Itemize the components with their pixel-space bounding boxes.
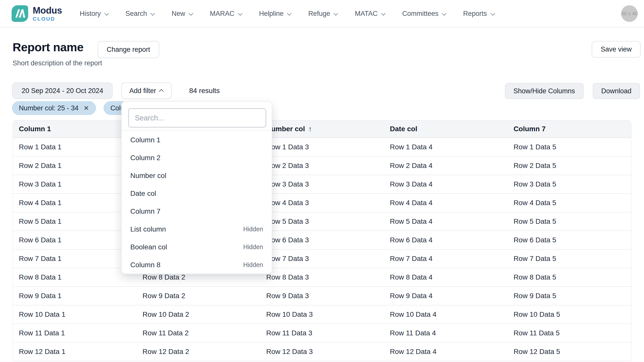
- table-row[interactable]: Row 10 Data 1Row 10 Data 2Row 10 Data 3R…: [13, 305, 631, 324]
- remove-filter-icon[interactable]: ✕: [84, 105, 89, 111]
- dropdown-item-column-2[interactable]: Column 2: [122, 149, 272, 167]
- table-cell: Row 12 Data 1: [13, 343, 137, 361]
- table-cell: Row 8 Data 1: [13, 268, 137, 286]
- dropdown-item-column-1[interactable]: Column 1: [122, 131, 272, 149]
- table-cell: Row 1 Data 3: [260, 138, 384, 156]
- table-cell: Row 1 Data 1: [13, 138, 137, 156]
- dropdown-item-date-col[interactable]: Date col: [122, 185, 272, 202]
- hidden-badge: Hidden: [243, 261, 263, 268]
- report-table: Column 1Column 2Number col↑Date colColum…: [13, 120, 631, 361]
- table-cell: Row 12 Data 4: [384, 343, 508, 361]
- nav-item-refuge[interactable]: Refuge: [308, 10, 337, 18]
- dropdown-item-label: Number col: [130, 172, 166, 180]
- main-nav: HistorySearchNewMARACHelplineRefugeMATAC…: [80, 10, 494, 18]
- table-cell: Row 12 Data 2: [137, 343, 260, 361]
- nav-item-marac[interactable]: MARAC: [210, 10, 242, 18]
- nav-item-committees[interactable]: Committees: [402, 10, 446, 18]
- show-hide-columns-button[interactable]: Show/Hide Columns: [505, 83, 584, 99]
- nav-item-label: MARAC: [210, 10, 234, 18]
- column-header-column-1[interactable]: Column 1: [13, 120, 137, 138]
- add-filter-button[interactable]: Add filter: [121, 82, 172, 99]
- table-row[interactable]: Row 6 Data 1Row 6 Data 2Row 6 Data 3Row …: [13, 231, 631, 250]
- table-row[interactable]: Row 12 Data 1Row 12 Data 2Row 12 Data 3R…: [13, 343, 631, 361]
- table-row[interactable]: Row 11 Data 1Row 11 Data 2Row 11 Data 3R…: [13, 324, 631, 343]
- table-cell: Row 12 Data 5: [507, 343, 631, 361]
- filter-chip-number-col[interactable]: Number col: 25 - 34 ✕: [12, 101, 96, 115]
- table-row[interactable]: Row 9 Data 1Row 9 Data 2Row 9 Data 3Row …: [13, 287, 631, 305]
- table-cell: Row 10 Data 5: [507, 305, 631, 324]
- nav-item-reports[interactable]: Reports: [463, 10, 494, 18]
- dropdown-item-column-8[interactable]: Column 8Hidden: [122, 256, 272, 274]
- table-cell: Row 1 Data 4: [384, 138, 508, 156]
- table-cell: Row 9 Data 2: [137, 287, 260, 305]
- table-cell: Row 3 Data 5: [507, 175, 631, 193]
- dropdown-item-label: Column 8: [130, 261, 160, 269]
- table-cell: Row 6 Data 5: [507, 231, 631, 249]
- dropdown-item-number-col[interactable]: Number col: [122, 167, 272, 185]
- nav-item-matac[interactable]: MATAC: [355, 10, 385, 18]
- table-row[interactable]: Row 3 Data 1Row 3 Data 2Row 3 Data 3Row …: [13, 175, 631, 194]
- dropdown-item-list-column[interactable]: List columnHidden: [122, 220, 272, 238]
- column-header-date-col[interactable]: Date col: [384, 120, 508, 138]
- brand-text: Modus CLOUD: [33, 6, 62, 21]
- nav-item-search[interactable]: Search: [126, 10, 154, 18]
- nav-item-helpline[interactable]: Helpline: [259, 10, 291, 18]
- dropdown-item-label: Date col: [130, 190, 156, 198]
- table-cell: Row 3 Data 1: [13, 175, 137, 193]
- chevron-down-icon: [490, 11, 495, 15]
- table-header-row: Column 1Column 2Number col↑Date colColum…: [13, 120, 631, 138]
- table-cell: Row 11 Data 5: [507, 324, 631, 342]
- chevron-down-icon: [150, 11, 155, 15]
- top-navbar: Modus CLOUD HistorySearchNewMARACHelplin…: [0, 0, 644, 28]
- avatar[interactable]: 40 x 40: [621, 5, 638, 22]
- table-cell: Row 11 Data 1: [13, 324, 137, 342]
- chevron-down-icon: [442, 11, 447, 15]
- nav-item-new[interactable]: New: [172, 10, 192, 18]
- table-cell: Row 2 Data 1: [13, 157, 137, 175]
- table-cell: Row 2 Data 4: [384, 157, 508, 175]
- modus-logo-icon: [12, 5, 28, 22]
- nav-item-label: Helpline: [259, 10, 284, 18]
- table-cell: Row 11 Data 2: [137, 324, 260, 342]
- save-view-button[interactable]: Save view: [592, 41, 641, 58]
- nav-item-label: Refuge: [308, 10, 330, 18]
- table-cell: Row 7 Data 4: [384, 250, 508, 268]
- table-row[interactable]: Row 5 Data 1Row 5 Data 2Row 5 Data 3Row …: [13, 212, 631, 231]
- filter-search-input[interactable]: [128, 108, 266, 127]
- add-filter-dropdown: Column 1Column 2Number colDate colColumn…: [121, 101, 272, 274]
- nav-item-label: History: [80, 10, 101, 18]
- table-cell: Row 11 Data 3: [260, 324, 384, 342]
- column-header-label: Column 7: [513, 125, 546, 133]
- column-header-label: Date col: [390, 125, 417, 133]
- hidden-badge: Hidden: [243, 225, 263, 233]
- table-row[interactable]: Row 7 Data 1Row 7 Data 2Row 7 Data 3Row …: [13, 250, 631, 268]
- table-cell: Row 8 Data 3: [260, 268, 384, 286]
- nav-item-label: Committees: [402, 10, 438, 18]
- download-button[interactable]: Download: [593, 83, 640, 99]
- column-header-column-7[interactable]: Column 7: [507, 120, 631, 138]
- table-cell: Row 10 Data 1: [13, 305, 137, 324]
- dropdown-item-label: Column 2: [130, 154, 160, 162]
- table-cell: Row 4 Data 5: [507, 194, 631, 212]
- page-title: Report name: [13, 40, 84, 54]
- app-root: Modus CLOUD HistorySearchNewMARACHelplin…: [0, 0, 644, 362]
- dropdown-item-column-7[interactable]: Column 7: [122, 202, 272, 220]
- table-row[interactable]: Row 4 Data 1Row 4 Data 2Row 4 Data 3Row …: [13, 194, 631, 212]
- dropdown-item-label: Boolean col: [130, 243, 167, 251]
- table-cell: Row 11 Data 4: [384, 324, 508, 342]
- dropdown-item-boolean-col[interactable]: Boolean colHidden: [122, 238, 272, 256]
- table-cell: Row 6 Data 4: [384, 231, 508, 249]
- table-cell: Row 10 Data 3: [260, 305, 384, 324]
- change-report-button[interactable]: Change report: [98, 41, 159, 58]
- date-range-button[interactable]: 20 Sep 2024 - 20 Oct 2024: [12, 82, 113, 99]
- table-row[interactable]: Row 8 Data 1Row 8 Data 2Row 8 Data 3Row …: [13, 268, 631, 287]
- column-header-number-col[interactable]: Number col↑: [260, 120, 384, 138]
- dropdown-item-label: Column 1: [130, 136, 160, 144]
- table-row[interactable]: Row 1 Data 1Row 1 Data 2Row 1 Data 3Row …: [13, 138, 631, 157]
- table-cell: Row 9 Data 5: [507, 287, 631, 305]
- nav-item-history[interactable]: History: [80, 10, 108, 18]
- brand-logo[interactable]: Modus CLOUD: [12, 5, 62, 22]
- hidden-badge: Hidden: [243, 243, 263, 251]
- chevron-down-icon: [238, 11, 243, 15]
- table-row[interactable]: Row 2 Data 1Row 2 Data 2Row 2 Data 3Row …: [13, 157, 631, 175]
